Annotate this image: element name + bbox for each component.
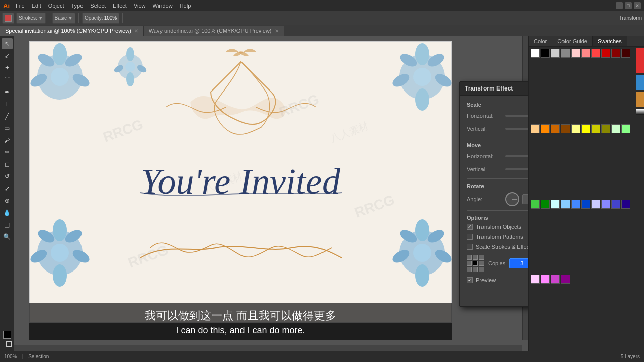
stroke-selector[interactable]: Strokes: ▼	[16, 13, 46, 24]
menu-view[interactable]: View	[131, 2, 149, 10]
orange-color-block[interactable]	[636, 92, 644, 107]
swatch-5[interactable]	[581, 49, 590, 58]
tab-close-0[interactable]: ✕	[134, 28, 138, 34]
transform-objects-checkbox[interactable]: ✓	[467, 224, 473, 230]
pencil-tool[interactable]: ✏	[2, 147, 13, 158]
swatch-30[interactable]	[531, 275, 540, 284]
swatch-24[interactable]	[571, 200, 580, 209]
swatch-9[interactable]	[621, 49, 630, 58]
grid-dot-bc[interactable]	[473, 267, 478, 272]
swatch-26[interactable]	[591, 200, 600, 209]
swatch-3[interactable]	[561, 49, 570, 58]
swatch-1[interactable]	[541, 49, 550, 58]
menu-window[interactable]: Window	[150, 2, 176, 10]
swatch-0[interactable]	[531, 49, 540, 58]
swatch-8[interactable]	[611, 49, 620, 58]
zoom-tool[interactable]: 🔍	[2, 231, 13, 242]
paintbrush-tool[interactable]: 🖌	[2, 135, 13, 146]
stroke-color[interactable]	[2, 13, 14, 24]
canvas-area[interactable]: RRCG RRCG RRCG RRCG 八人素材 八人素材 You're Inv…	[14, 36, 528, 351]
swatch-22[interactable]	[551, 200, 560, 209]
rect-tool[interactable]: ▭	[2, 123, 13, 134]
scale-v-slider[interactable]	[505, 128, 528, 130]
swatch-11[interactable]	[541, 124, 550, 133]
swatch-17[interactable]	[601, 124, 610, 133]
swatch-25[interactable]	[581, 200, 590, 209]
swatch-18[interactable]	[611, 124, 620, 133]
type-tool[interactable]: T	[2, 99, 13, 110]
swatch-32[interactable]	[551, 275, 560, 284]
minimize-button[interactable]: ─	[616, 2, 623, 9]
menu-file[interactable]: File	[13, 2, 28, 10]
selection-tool[interactable]: ↖	[2, 38, 13, 49]
swatch-16[interactable]	[591, 124, 600, 133]
scale-tool[interactable]: ⤢	[2, 183, 13, 194]
swatch-19[interactable]	[621, 124, 630, 133]
gradient-strip[interactable]	[636, 109, 644, 115]
grid-dot-tl[interactable]	[467, 255, 472, 260]
menu-select[interactable]: Select	[87, 2, 109, 10]
blend-tool[interactable]: ⊕	[2, 195, 13, 206]
copies-input[interactable]	[509, 258, 528, 268]
menu-edit[interactable]: Edit	[29, 2, 44, 10]
close-button[interactable]: ✕	[634, 2, 641, 9]
move-h-slider[interactable]	[505, 155, 528, 157]
move-v-slider[interactable]	[505, 168, 528, 170]
lasso-tool[interactable]: ⌒	[2, 74, 13, 85]
menu-effect[interactable]: Effect	[110, 2, 130, 10]
direct-selection-tool[interactable]: ↙	[2, 50, 13, 61]
swatch-28[interactable]	[611, 200, 620, 209]
grid-dot-bl[interactable]	[467, 267, 472, 272]
red-color-block[interactable]	[636, 48, 644, 73]
swatch-27[interactable]	[601, 200, 610, 209]
swatch-13[interactable]	[561, 124, 570, 133]
tab-wavy-underline[interactable]: Wavy underline.ai @ 100% (CMYK/GPU Previ…	[144, 26, 284, 36]
tab-color-guide[interactable]: Color Guide	[552, 36, 593, 46]
menu-object[interactable]: Object	[45, 2, 67, 10]
basic-selector[interactable]: Basic ▼	[52, 13, 75, 24]
swatch-12[interactable]	[551, 124, 560, 133]
opacity-field[interactable]: Opacity: 100%	[82, 13, 119, 24]
eyedropper-tool[interactable]: 💧	[2, 207, 13, 218]
grid-dot-mc[interactable]	[473, 261, 478, 266]
grid-dot-br[interactable]	[479, 267, 484, 272]
grid-dot-tc[interactable]	[473, 255, 478, 260]
menu-help[interactable]: Help	[177, 2, 194, 10]
grid-dot-ml[interactable]	[467, 261, 472, 266]
stroke-swatch[interactable]	[6, 341, 12, 347]
pen-tool[interactable]: ✒	[2, 86, 13, 98]
scale-strokes-checkbox[interactable]	[467, 244, 473, 250]
rotate-tool[interactable]: ↺	[2, 171, 13, 182]
tab-close-1[interactable]: ✕	[275, 28, 279, 34]
swatch-31[interactable]	[541, 275, 550, 284]
swatch-7[interactable]	[601, 49, 610, 58]
canvas-scrollbar-horizontal[interactable]	[14, 345, 522, 351]
scale-h-slider[interactable]	[505, 115, 528, 117]
fill-swatch[interactable]	[3, 331, 11, 339]
preview-checkbox[interactable]: ✓	[467, 277, 473, 283]
swatch-23[interactable]	[561, 200, 570, 209]
swatch-33[interactable]	[561, 275, 570, 284]
grid-dot-tr[interactable]	[479, 255, 484, 260]
angle-input[interactable]	[522, 194, 528, 204]
menu-type[interactable]: Type	[68, 2, 87, 10]
angle-dial[interactable]	[505, 192, 519, 206]
maximize-button[interactable]: □	[625, 2, 632, 9]
tab-color[interactable]: Color	[529, 36, 552, 46]
line-tool[interactable]: ╱	[2, 111, 13, 122]
swatch-21[interactable]	[541, 200, 550, 209]
eraser-tool[interactable]: ◻	[2, 159, 13, 170]
blue-color-block[interactable]	[636, 75, 644, 90]
swatch-10[interactable]	[531, 124, 540, 133]
swatch-6[interactable]	[591, 49, 600, 58]
transform-effect-dialog[interactable]: Transform Effect ✕ Scale Horizontal: Ve	[459, 81, 528, 307]
swatch-4[interactable]	[571, 49, 580, 58]
swatch-29[interactable]	[621, 200, 630, 209]
tab-swatches[interactable]: Swatches	[593, 36, 627, 46]
transform-patterns-checkbox[interactable]	[467, 234, 473, 240]
gradient-tool[interactable]: ◫	[2, 219, 13, 230]
grid-dot-mr[interactable]	[479, 261, 484, 266]
swatch-14[interactable]	[571, 124, 580, 133]
tab-special-invitation[interactable]: Special invitation.ai @ 100% (CMYK/GPU P…	[0, 26, 144, 36]
swatch-20[interactable]	[531, 200, 540, 209]
